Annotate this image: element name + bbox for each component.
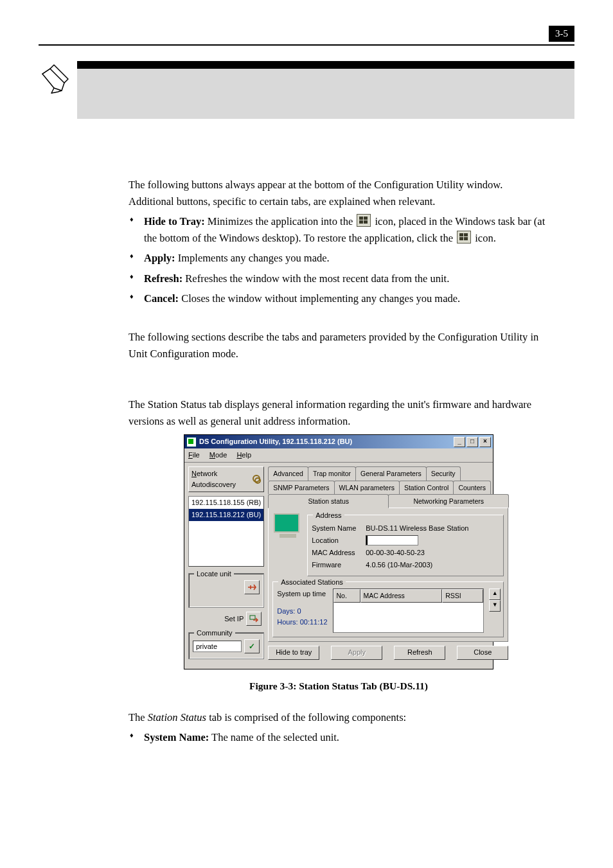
apply-label: Apply: [144,252,175,264]
associated-stations-group: Associated Stations System up time Days:… [272,581,504,637]
col-mac[interactable]: MAC Address [360,589,443,602]
network-autodiscovery-button[interactable]: Network Autodiscovery [188,466,264,492]
tab-counters[interactable]: Counters [453,481,491,494]
apply-text: Implements any changes you made. [175,252,330,264]
hide-text-a: Minimizes the application into the [205,215,356,227]
window-title: DS Configuration Utility, 192.115.118.21… [199,436,352,447]
svg-rect-0 [250,616,255,619]
apply-button[interactable]: Apply [331,646,382,660]
after-figure-paragraph: The Station Status tab is comprised of t… [129,709,549,726]
location-input[interactable] [366,535,418,545]
close-button[interactable]: Close [457,646,508,660]
tab-snmp-parameters[interactable]: SNMP Parameters [268,481,334,494]
page-number: 3-5 [549,26,574,42]
refresh-text: Refreshes the window with the most recen… [182,272,449,285]
system-name-value: BU-DS.11 Wireless Base Station [366,523,468,534]
tab-trap-monitor[interactable]: Trap monitor [308,466,356,480]
location-label: Location [312,535,366,546]
monitor-icon [274,513,302,539]
intro-paragraph: The following buttons always appear at t… [129,177,549,209]
tab-networking-parameters[interactable]: Networking Parameters [388,494,509,508]
community-group: Community private ✓ [188,632,264,659]
maximize-button[interactable]: □ [466,437,478,447]
address-title: Address [313,510,344,521]
col-no[interactable]: No. [333,589,360,602]
cancel-label: Cancel: [144,292,179,305]
hide-text-c: icon. [472,232,496,244]
locate-button[interactable] [244,580,260,594]
button-descriptions-list: Hide to Tray: Minimizes the application … [129,213,549,307]
scroll-up-button[interactable]: ▲ [489,589,501,600]
table-scrollbar[interactable]: ▲ ▼ [489,589,499,612]
tab-general-parameters[interactable]: General Parameters [355,466,427,480]
tab-station-status[interactable]: Station status [268,494,389,508]
menu-file[interactable]: File [188,451,200,459]
close-window-button[interactable]: × [479,437,491,447]
menubar[interactable]: File Mode Help [184,448,493,463]
system-name-label: System Name [312,523,366,534]
mac-address-value: 00-00-30-40-50-23 [366,547,425,558]
col-rssi[interactable]: RSSI [442,589,483,602]
note-body [77,61,574,119]
locate-unit-group: Locate unit [188,573,264,608]
system-uptime-label: System up time [277,589,327,599]
set-ip-button[interactable] [246,612,262,626]
system-name-bullet-label: System Name: [144,731,209,743]
list-item[interactable]: 192.115.118.155 (RB) [189,497,263,509]
set-ip-label: Set IP [224,614,244,624]
uptime-days: Days: 0 [277,606,327,617]
tab-advanced[interactable]: Advanced [268,466,308,480]
list-item[interactable]: 192.115.118.212 (BU) [189,509,263,521]
tray-icon [457,231,471,244]
station-status-panel: Address System Name BU-DS.11 Wireless Ba… [268,508,508,641]
community-input[interactable]: private [193,641,242,652]
community-title: Community [194,628,235,639]
refresh-button[interactable]: Refresh [394,646,445,660]
app-icon [186,437,197,447]
config-utility-window: DS Configuration Utility, 192.115.118.21… [184,434,493,669]
tab-wlan-parameters[interactable]: WLAN parameters [334,481,400,494]
uptime-hours: Hours: 00:11:12 [277,617,327,628]
page-rule [39,44,574,46]
note-pen-icon [39,61,77,97]
scroll-down-button[interactable]: ▼ [489,600,501,612]
menu-mode[interactable]: Mode [209,451,227,459]
firmware-value: 4.0.56 (10-Mar-2003) [366,560,432,571]
locate-unit-title: Locate unit [194,569,234,580]
refresh-label: Refresh: [144,272,182,285]
autodiscovery-label: Network Autodiscovery [191,468,250,490]
community-ok-button[interactable]: ✓ [244,639,260,653]
tab-station-control[interactable]: Station Control [399,481,454,494]
tray-icon [357,214,371,227]
firmware-label: Firmware [312,560,366,571]
system-name-bullet-text: The name of the selected unit. [209,731,339,743]
hide-to-tray-label: Hide to Tray: [144,215,205,227]
figure-caption: Figure 3-3: Station Status Tab (BU-DS.11… [129,678,549,694]
associated-stations-title: Associated Stations [278,577,346,588]
station-status-italic: Station Status [148,711,206,723]
unit-list[interactable]: 192.115.118.155 (RB) 192.115.118.212 (BU… [188,496,264,567]
cancel-text: Closes the window without implementing a… [179,292,460,305]
hide-to-tray-button[interactable]: Hide to tray [268,646,319,660]
titlebar[interactable]: DS Configuration Utility, 192.115.118.21… [184,435,493,448]
gears-icon [253,475,261,484]
menu-help[interactable]: Help [236,451,251,459]
minimize-button[interactable]: _ [454,437,465,447]
mac-address-label: MAC Address [312,547,366,558]
section-paragraph: The following sections describe the tabs… [129,329,549,362]
address-group: Address System Name BU-DS.11 Wireless Ba… [307,515,504,576]
associated-stations-table[interactable]: No. MAC Address RSSI [333,589,484,632]
tab-security[interactable]: Security [426,466,461,480]
station-paragraph: The Station Status tab displays general … [129,396,549,429]
